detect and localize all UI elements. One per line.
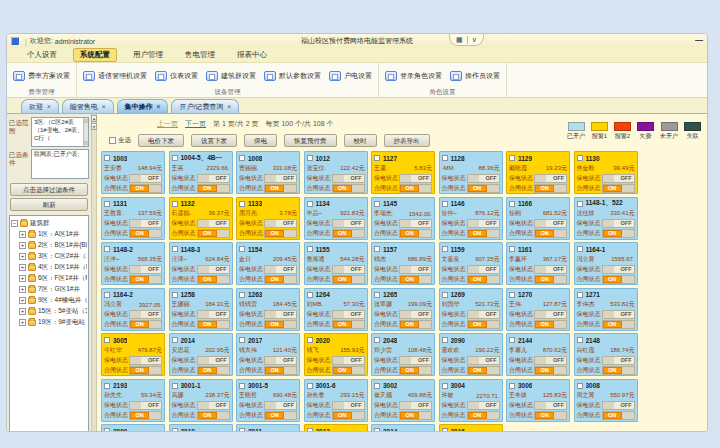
baodian-toggle[interactable]: OFF <box>332 356 365 365</box>
room-card[interactable]: 3002 崔天娥 409.88元 保电状态 OFF 合闸状态 ON <box>371 379 435 422</box>
hezha-toggle[interactable]: ON <box>467 320 500 329</box>
hezha-toggle[interactable]: ON <box>197 229 230 238</box>
room-card[interactable]: 3014 仇贵华 1103.54. 保电状态 OFF 合闸状态 ON <box>371 424 435 432</box>
hezha-toggle[interactable]: ON <box>602 184 635 193</box>
hezha-toggle[interactable]: ON <box>399 184 432 193</box>
card-checkbox[interactable] <box>104 246 110 252</box>
hezha-toggle[interactable]: ON <box>129 320 162 329</box>
room-card[interactable]: 1146 徐仲~ 876.12元 保电状态 OFF 合闸状态 ON <box>439 197 503 240</box>
card-checkbox[interactable] <box>374 337 380 343</box>
room-card[interactable]: 1164-2 冯立普 3927.05. 保电状态 OFF 合闸状态 ON <box>101 288 165 331</box>
tree-item[interactable]: + 1区：A区1#井 <box>11 229 87 240</box>
tree-item[interactable]: + 15区：5#变站（3#变 <box>11 306 87 317</box>
card-checkbox[interactable] <box>509 201 515 207</box>
card-checkbox[interactable] <box>577 337 583 343</box>
card-checkbox[interactable] <box>239 337 245 343</box>
baodian-toggle[interactable]: OFF <box>602 401 635 410</box>
hezha-toggle[interactable]: ON <box>399 320 432 329</box>
room-card[interactable]: 1157 钱杰 686.89元 保电状态 OFF 合闸状态 ON <box>371 242 435 285</box>
card-checkbox[interactable] <box>577 201 583 207</box>
baodian-toggle[interactable]: OFF <box>534 356 567 365</box>
hezha-toggle[interactable]: ON <box>197 184 230 193</box>
expand-icon[interactable]: + <box>19 231 26 238</box>
room-card[interactable]: 2144 李馨儿 870.62元 保电状态 OFF 合闸状态 ON <box>506 333 570 376</box>
action-button[interactable]: 恢复预付费 <box>284 134 337 147</box>
card-checkbox[interactable] <box>239 246 245 252</box>
menu-item[interactable]: 售电管理 <box>179 49 221 61</box>
room-card[interactable]: 3005 牛红华 479.87元 保电状态 OFF 合闸状态 ON <box>101 333 165 376</box>
ribbon-button[interactable]: 费率方案设置 <box>13 71 70 81</box>
hezha-toggle[interactable]: ON <box>534 229 567 238</box>
room-card[interactable]: 1154 金日 209.45元 保电状态 OFF 合闸状态 ON <box>236 242 300 285</box>
baodian-toggle[interactable]: OFF <box>467 356 500 365</box>
ribbon-button[interactable]: 操作员设置 <box>450 71 500 81</box>
card-checkbox[interactable] <box>239 383 245 389</box>
baodian-toggle[interactable]: OFF <box>264 219 297 228</box>
baodian-toggle[interactable]: OFF <box>399 310 432 319</box>
room-card[interactable]: 1159 文嘉泉 907.35元 保电状态 OFF 合闸状态 ON <box>439 242 503 285</box>
card-checkbox[interactable] <box>104 201 110 207</box>
card-checkbox[interactable] <box>104 383 110 389</box>
room-card[interactable]: 1127 王康. 5.83元 保电状态 OFF 合闸状态 ON <box>371 151 435 194</box>
hezha-toggle[interactable]: ON <box>467 184 500 193</box>
menu-item[interactable]: 报表中心 <box>231 49 273 61</box>
hezha-toggle[interactable]: ON <box>602 366 635 375</box>
ribbon-button[interactable]: 通信管理机设置 <box>83 71 147 81</box>
room-card[interactable]: 1003 王安春 148.94元 保电状态 OFF 合闸状态 ON <box>101 151 165 194</box>
card-checkbox[interactable] <box>374 383 380 389</box>
action-button[interactable]: 保电 <box>244 134 277 147</box>
card-checkbox[interactable] <box>374 155 380 161</box>
hezha-toggle[interactable]: ON <box>129 184 162 193</box>
tab[interactable]: 欢迎 × <box>21 99 59 113</box>
room-card[interactable]: 2048 郑少雷 108.48元 保电状态 OFF 合闸状态 ON <box>371 333 435 376</box>
hezha-toggle[interactable]: ON <box>332 411 365 420</box>
hezha-toggle[interactable]: ON <box>399 411 432 420</box>
room-card[interactable]: 1148-2 汪洋~ 568.35元 保电状态 OFF 合闸状态 ON <box>101 242 165 285</box>
card-checkbox[interactable] <box>307 337 313 343</box>
baodian-toggle[interactable]: OFF <box>399 401 432 410</box>
room-card[interactable]: 3011 纪彩霞 348.06元 保电状态 OFF 合闸状态 ON <box>236 424 300 432</box>
tab[interactable]: 能管售电 × <box>62 99 114 113</box>
card-checkbox[interactable] <box>307 292 313 298</box>
baodian-toggle[interactable]: OFF <box>534 401 567 410</box>
baodian-toggle[interactable]: OFF <box>332 401 365 410</box>
next-page-link[interactable]: 下一页 <box>185 119 206 129</box>
hezha-toggle[interactable]: ON <box>467 366 500 375</box>
hezha-toggle[interactable]: ON <box>197 366 230 375</box>
room-card[interactable]: 2020 钱飞 155.93元 保电状态 OFF 合闸状态 ON <box>304 333 368 376</box>
selected-range-box[interactable]: 3区:（C区2#表（1#变电、2#表、C行（ <box>31 117 89 147</box>
room-card[interactable]: 1155 贵海通 544.28元 保电状态 OFF 合闸状态 ON <box>304 242 368 285</box>
card-checkbox[interactable] <box>509 292 515 298</box>
tab[interactable]: 集中操作 × <box>117 99 169 113</box>
card-checkbox[interactable] <box>374 201 380 207</box>
expand-icon[interactable]: + <box>19 242 26 249</box>
baodian-toggle[interactable]: OFF <box>264 174 297 183</box>
tree-item[interactable]: + 6区：F区1#井（F区 <box>11 273 87 284</box>
card-checkbox[interactable] <box>307 428 313 432</box>
tree-item[interactable]: + 4区：D区1#井（D区 <box>11 262 87 273</box>
ribbon-button[interactable]: 默认参数设置 <box>264 71 321 81</box>
action-button[interactable]: 电价下发 <box>138 134 184 147</box>
tree-item[interactable]: + 19区：9#变电站（2# <box>11 317 87 328</box>
card-checkbox[interactable] <box>442 155 448 161</box>
card-checkbox[interactable] <box>172 337 178 343</box>
card-checkbox[interactable] <box>239 292 245 298</box>
action-button[interactable]: 抄表导出 <box>384 134 430 147</box>
room-card[interactable]: 1264 刘MB. 57.30元 保电状态 OFF 合闸状态 ON <box>304 288 368 331</box>
card-checkbox[interactable] <box>104 155 110 161</box>
expand-icon[interactable]: + <box>19 319 26 326</box>
tree-root[interactable]: − 建筑群 <box>11 218 87 229</box>
baodian-toggle[interactable]: OFF <box>197 401 230 410</box>
card-checkbox[interactable] <box>374 292 380 298</box>
expand-icon[interactable]: + <box>19 308 26 315</box>
ribbon-button[interactable]: 仪表设置 <box>155 71 198 81</box>
baodian-toggle[interactable]: OFF <box>332 265 365 274</box>
hezha-toggle[interactable]: ON <box>197 275 230 284</box>
hezha-toggle[interactable]: ON <box>332 275 365 284</box>
room-card[interactable]: 1161 李赢环 367.17元 保电状态 OFF 合闸状态 ON <box>506 242 570 285</box>
hezha-toggle[interactable]: ON <box>467 275 500 284</box>
room-card[interactable]: 2090 唐欢欢 190.22元 保电状态 OFF 合闸状态 ON <box>439 333 503 376</box>
chevron-down-icon[interactable]: ∨ <box>472 36 477 44</box>
card-checkbox[interactable] <box>442 292 448 298</box>
card-checkbox[interactable] <box>104 292 110 298</box>
